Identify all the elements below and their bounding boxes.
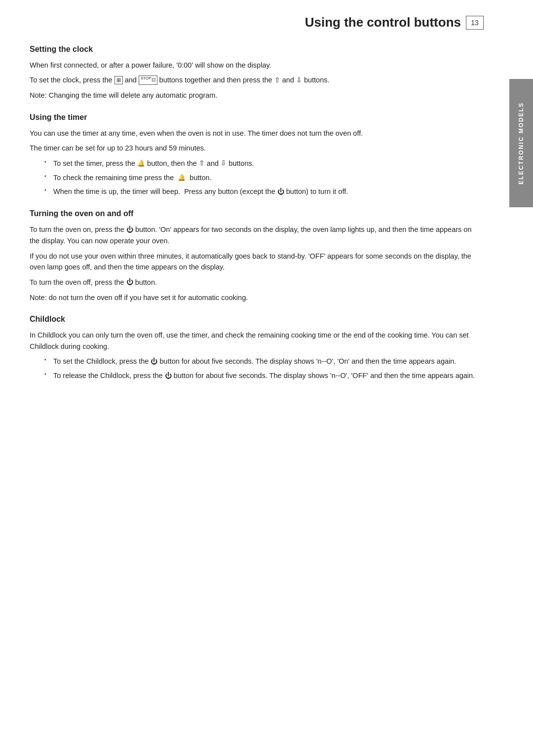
setting-clock-para2: To set the clock, press the ⊞ and STOP⊡ … bbox=[30, 75, 479, 86]
using-timer-bullets: To set the timer, press the 🔔 button, th… bbox=[30, 158, 479, 198]
power-icon-1: ⏻ bbox=[277, 187, 284, 197]
setting-clock-para1: When first connected, or after a power f… bbox=[30, 60, 479, 71]
side-tab-label: ELECTRONIC MODELS bbox=[518, 102, 525, 185]
heading-childlock: Childlock bbox=[30, 315, 479, 324]
side-tab: ELECTRONIC MODELS bbox=[509, 79, 533, 207]
para2-and2: and bbox=[282, 76, 296, 84]
power-icon-5: ⏻ bbox=[165, 371, 172, 381]
power-icon-4: ⏻ bbox=[151, 356, 157, 367]
section-setting-clock: Setting the clock When first connected, … bbox=[30, 45, 479, 101]
childlock-bullets: To set the Childlock, press the ⏻ button… bbox=[30, 356, 479, 381]
para2-and1: and bbox=[125, 76, 139, 84]
childlock-para1: In Childlock you can only turn the oven … bbox=[30, 330, 479, 352]
setting-clock-para3: Note: Changing the time will delete any … bbox=[30, 90, 479, 101]
para2-suffix: buttons. bbox=[304, 76, 330, 84]
page-header: Using the control buttons 13 bbox=[0, 0, 533, 30]
heading-turning-oven: Turning the oven on and off bbox=[30, 209, 479, 218]
timer-bullet-3: When the time is up, the timer will beep… bbox=[44, 186, 479, 197]
turning-oven-para3: To turn the oven off, press the ⏻ button… bbox=[30, 277, 479, 288]
up-icon-1: ⇧ bbox=[199, 158, 205, 169]
para2-prefix: To set the clock, press the bbox=[30, 76, 114, 84]
childlock-bullet-1: To set the Childlock, press the ⏻ button… bbox=[44, 356, 479, 367]
page-number: 13 bbox=[466, 16, 484, 30]
section-turning-oven: Turning the oven on and off To turn the … bbox=[30, 209, 479, 303]
turning-oven-para2: If you do not use your oven within three… bbox=[30, 251, 479, 273]
turning-oven-para1: To turn the oven on, press the ⏻ button.… bbox=[30, 224, 479, 246]
timer-bullet-1: To set the timer, press the 🔔 button, th… bbox=[44, 158, 479, 169]
using-timer-para2: The timer can be set for up to 23 hours … bbox=[30, 143, 479, 153]
down-icon-1: ⇩ bbox=[221, 158, 227, 169]
using-timer-para1: You can use the timer at any time, even … bbox=[30, 128, 479, 139]
section-using-timer: Using the timer You can use the timer at… bbox=[30, 113, 479, 197]
up-arrow-icon: ⇧ bbox=[274, 75, 280, 86]
oven-icon: ⊞ bbox=[114, 76, 123, 84]
section-childlock: Childlock In Childlock you can only turn… bbox=[30, 315, 479, 381]
down-arrow-icon: ⇩ bbox=[296, 75, 302, 86]
bell-icon-2: 🔔 bbox=[178, 173, 186, 183]
timer-bullet-2: To check the remaining time press the 🔔 … bbox=[44, 172, 479, 183]
heading-using-timer: Using the timer bbox=[30, 113, 479, 122]
page-title: Using the control buttons bbox=[305, 15, 461, 30]
para2-mid: buttons together and then press the bbox=[159, 76, 274, 84]
power-icon-3: ⏻ bbox=[126, 277, 133, 288]
main-content: Setting the clock When first connected, … bbox=[30, 45, 484, 381]
heading-setting-clock: Setting the clock bbox=[30, 45, 479, 54]
turning-oven-para4: Note: do not turn the oven off if you ha… bbox=[30, 292, 479, 303]
power-icon-2: ⏻ bbox=[126, 225, 133, 235]
childlock-bullet-2: To release the Childlock, press the ⏻ bu… bbox=[44, 370, 479, 381]
stop-icon: STOP⊡ bbox=[139, 76, 157, 84]
bell-icon-1: 🔔 bbox=[137, 158, 145, 168]
